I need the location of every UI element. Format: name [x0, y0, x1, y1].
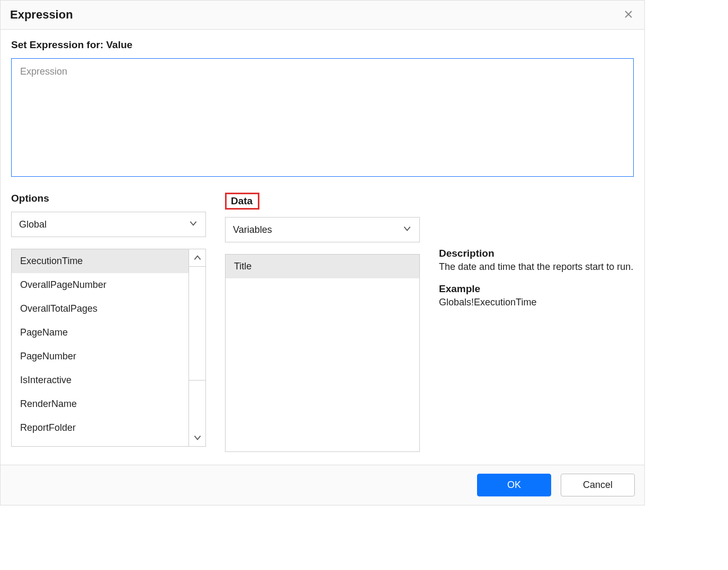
cancel-button[interactable]: Cancel	[561, 474, 635, 496]
list-item[interactable]: Title	[226, 255, 419, 278]
description-text: The date and time that the reports start…	[439, 260, 634, 274]
close-icon	[624, 10, 633, 20]
scroll-track[interactable]	[189, 266, 205, 429]
example-heading: Example	[439, 283, 634, 295]
list-item[interactable]: PageName	[12, 321, 188, 345]
list-item[interactable]: IsInteractive	[12, 368, 188, 392]
list-item[interactable]: PageNumber	[12, 345, 188, 368]
description-heading: Description	[439, 248, 634, 259]
set-expression-label: Set Expression for: Value	[11, 39, 634, 51]
data-label: Data	[225, 193, 259, 210]
list-item[interactable]: OverallPageNumber	[12, 273, 188, 297]
dialog-header: Expression	[1, 1, 644, 30]
expression-input[interactable]	[11, 58, 634, 177]
dialog-title: Expression	[10, 8, 73, 22]
options-dropdown-value: Global	[19, 219, 47, 230]
scroll-thumb[interactable]	[189, 266, 205, 381]
ok-button[interactable]: OK	[477, 474, 551, 496]
scroll-down-arrow-icon[interactable]	[189, 429, 205, 446]
data-column: Data Variables Title	[225, 193, 420, 452]
data-dropdown[interactable]: Variables	[225, 217, 420, 242]
data-list[interactable]: Title	[226, 255, 419, 451]
dialog-body: Set Expression for: Value Options Global…	[1, 30, 644, 465]
data-list-container: Title	[225, 254, 420, 452]
list-item[interactable]: OverallTotalPages	[12, 297, 188, 321]
options-column: Options Global ExecutionTimeOverallPageN…	[11, 193, 206, 452]
list-item[interactable]: ExecutionTime	[12, 249, 188, 273]
columns-container: Options Global ExecutionTimeOverallPageN…	[11, 193, 634, 452]
options-dropdown[interactable]: Global	[11, 212, 206, 237]
options-list-container: ExecutionTimeOverallPageNumberOverallTot…	[11, 249, 206, 447]
expression-dialog: Expression Set Expression for: Value Opt…	[0, 0, 645, 505]
data-dropdown-value: Variables	[233, 224, 272, 236]
options-label: Options	[11, 193, 49, 204]
description-column: Description The date and time that the r…	[439, 193, 634, 452]
scroll-up-arrow-icon[interactable]	[189, 249, 205, 266]
dialog-footer: OK Cancel	[1, 465, 644, 505]
options-list[interactable]: ExecutionTimeOverallPageNumberOverallTot…	[12, 249, 188, 446]
list-item[interactable]: RenderName	[12, 392, 188, 416]
chevron-down-icon	[402, 224, 412, 236]
close-button[interactable]	[622, 8, 635, 21]
list-item[interactable]: ReportFolder	[12, 416, 188, 440]
scrollbar[interactable]	[188, 249, 205, 446]
example-text: Globals!ExecutionTime	[439, 296, 634, 309]
chevron-down-icon	[188, 219, 198, 231]
